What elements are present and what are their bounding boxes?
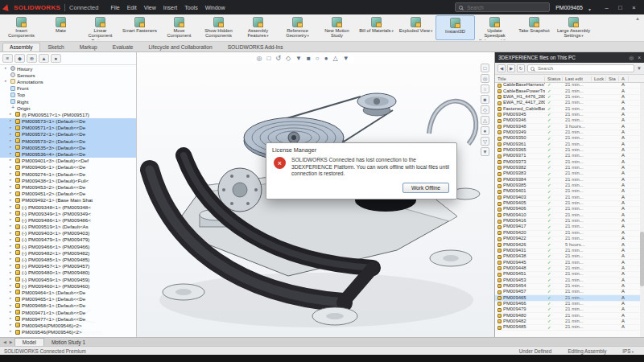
feature-tree-item[interactable]: (-) PM009457<1> (PM009457) xyxy=(0,263,136,269)
ribbon-button[interactable]: Large Assembly Settings xyxy=(554,15,593,40)
dropdown-arrow-icon[interactable] xyxy=(307,33,309,38)
viewport-tool-icon[interactable]: ◇ xyxy=(286,56,291,62)
file-row[interactable]: PM009451 21 min... A xyxy=(495,272,644,278)
feature-tree-item[interactable]: PM009572<1> (Default<<De xyxy=(0,131,136,138)
expand-arrow-icon[interactable] xyxy=(10,152,14,156)
feature-tree-item[interactable]: Right xyxy=(0,98,136,105)
menu-item[interactable]: Window xyxy=(205,5,225,10)
file-row[interactable]: PM009479 21 min... A xyxy=(495,307,644,313)
feature-tree-item[interactable]: PM009471<1> (Default<<De xyxy=(0,309,136,315)
menu-item[interactable]: File xyxy=(110,5,119,10)
file-row[interactable]: PM009361 21 min... A xyxy=(495,142,644,147)
expand-arrow-icon[interactable] xyxy=(10,218,14,222)
expand-arrow-icon[interactable] xyxy=(5,80,9,84)
dropdown-arrow-icon[interactable] xyxy=(106,39,109,40)
expand-arrow-icon[interactable] xyxy=(10,126,14,130)
files-tool-icon[interactable]: ◀ xyxy=(497,64,506,72)
feature-tree-item[interactable]: PM009477<1> (Default<<De xyxy=(0,315,136,322)
commandmanager-tab[interactable]: Sketch xyxy=(41,43,72,51)
ribbon-button[interactable]: Show Hidden Components xyxy=(199,15,238,40)
command-search-box[interactable] xyxy=(455,2,550,12)
file-row[interactable]: PM009405 21 min... A xyxy=(495,201,644,207)
feature-tree-item[interactable]: (-) PM009460<1> (PM009460) xyxy=(0,282,136,289)
ribbon-button[interactable]: Reference Geometry xyxy=(278,15,317,40)
ribbon-button[interactable]: Smart Fasteners xyxy=(120,15,159,40)
ribbon-button[interactable]: Exploded View xyxy=(396,15,436,40)
side-tool-icon[interactable]: ◎ xyxy=(481,74,489,83)
tree-tab-icon[interactable]: ● xyxy=(51,54,61,63)
feature-tree-item[interactable]: (-) PM009480<1> (PM009480) xyxy=(0,269,136,276)
feature-tree-item[interactable]: (-) PM009459<1> (PM009459) xyxy=(0,276,136,282)
tree-tab-icon[interactable]: ▲ xyxy=(39,54,49,63)
files-tool-icon[interactable]: ▶ xyxy=(507,64,515,72)
file-row[interactable]: PM009448 21 min... A xyxy=(495,266,644,272)
search-input[interactable] xyxy=(465,4,546,11)
scrollbar-thumb[interactable] xyxy=(640,232,644,286)
dropdown-arrow-icon[interactable] xyxy=(580,33,583,38)
expand-arrow-icon[interactable] xyxy=(10,185,14,189)
document-tab[interactable]: Motion Study 1 xyxy=(44,338,93,346)
file-row[interactable]: PM009385 21 min... A xyxy=(495,183,644,189)
feature-tree-item[interactable]: PM009451<2> (Default<<De xyxy=(0,191,136,197)
viewport-tool-icon[interactable]: ● xyxy=(324,56,328,62)
expand-arrow-icon[interactable] xyxy=(10,212,14,216)
file-row[interactable]: PM009485 21 min... A xyxy=(495,325,644,331)
side-tool-icon[interactable]: ▽ xyxy=(481,137,489,146)
expand-arrow-icon[interactable] xyxy=(10,245,14,249)
commandmanager-tab[interactable]: SOLIDWORKS Add-Ins xyxy=(221,43,291,51)
expand-arrow-icon[interactable] xyxy=(10,290,14,294)
column-header[interactable]: Lock xyxy=(592,76,606,81)
ribbon-button[interactable]: Mate xyxy=(41,15,80,40)
expand-arrow-icon[interactable] xyxy=(10,146,14,150)
ribbon-button[interactable]: Move Component xyxy=(159,15,199,40)
filter-icon[interactable]: ▼ xyxy=(637,66,642,71)
expand-arrow-icon[interactable] xyxy=(10,179,14,183)
tab-scroll-right-icon[interactable]: ▶ xyxy=(8,338,14,346)
expand-arrow-icon[interactable] xyxy=(5,67,9,71)
file-row[interactable]: PM009403 21 min... A xyxy=(495,195,644,201)
collapse-ribbon-icon[interactable] xyxy=(633,15,642,40)
file-row[interactable]: PM009373 21 min... A xyxy=(495,159,644,165)
expand-arrow-icon[interactable] xyxy=(10,257,14,261)
feature-tree-item[interactable]: Annotations xyxy=(0,78,136,84)
column-header[interactable]: Last edit xyxy=(563,76,592,81)
dropdown-arrow-icon[interactable] xyxy=(266,33,268,38)
feature-tree-item[interactable]: History xyxy=(0,65,136,72)
feature-tree-item[interactable]: PM009573<2> (Default<<De xyxy=(0,138,136,144)
feature-tree-item[interactable]: (-) PM009403<1> (PM009403) xyxy=(0,230,136,237)
column-header[interactable]: Sta xyxy=(606,76,619,81)
expand-arrow-icon[interactable] xyxy=(10,238,14,242)
commandmanager-tab[interactable]: Lifecycle and Collaboration xyxy=(141,43,219,51)
file-row[interactable]: PM009406 21 min... A xyxy=(495,207,644,212)
file-row[interactable]: PM009482 21 min... A xyxy=(495,319,644,325)
side-tool-icon[interactable]: △ xyxy=(481,116,489,125)
feature-tree-item[interactable]: (-) PM009485<1> (PM009485) xyxy=(0,256,136,262)
menu-item[interactable]: Insert xyxy=(163,5,178,10)
expand-arrow-icon[interactable] xyxy=(10,224,14,228)
file-row[interactable]: PM009346 21 min... A xyxy=(495,118,644,124)
feature-tree-item[interactable]: PM009468<1> (Default<<De xyxy=(0,302,136,309)
file-row[interactable]: Fastened_CableBasePower... 21 min... A xyxy=(495,106,644,112)
feature-tree-item[interactable]: (-) PM009519<1> (Default<As xyxy=(0,224,136,230)
expand-arrow-icon[interactable] xyxy=(10,304,14,308)
file-row[interactable]: PM009453 21 min... A xyxy=(495,278,644,283)
expand-arrow-icon[interactable] xyxy=(10,191,14,195)
side-tool-icon[interactable]: □ xyxy=(481,64,489,72)
file-row[interactable]: PM009401 21 min... A xyxy=(495,189,644,195)
document-tab[interactable]: Model xyxy=(14,338,44,346)
expand-arrow-icon[interactable] xyxy=(10,317,14,321)
file-row[interactable]: PM009438 21 min... A xyxy=(495,254,644,260)
feature-tree-item[interactable]: PM009492<1> (Base Main Shat xyxy=(0,197,136,204)
tree-tab-icon[interactable]: ≡ xyxy=(2,54,13,63)
dropdown-arrow-icon[interactable] xyxy=(391,28,394,33)
viewport-tool-icon[interactable]: □ xyxy=(266,56,270,62)
feature-tree-item[interactable]: PM009536<4> (Default<<De xyxy=(0,150,136,157)
ribbon-button[interactable]: Insert Components xyxy=(2,15,41,40)
tab-scroll-left-icon[interactable]: ◀ xyxy=(2,338,8,346)
file-row[interactable]: PM009350 21 min... A xyxy=(495,136,644,142)
menu-item[interactable]: Tools xyxy=(184,5,197,10)
feature-tree-item[interactable]: PM009401<3> (Default)<<Def xyxy=(0,158,136,164)
feature-tree-item[interactable]: (-) PM009466<1> (PM009466) xyxy=(0,243,136,249)
file-row[interactable]: PM009466 21 min... A xyxy=(495,302,644,307)
viewport-tool-icon[interactable]: ■ xyxy=(307,56,311,62)
